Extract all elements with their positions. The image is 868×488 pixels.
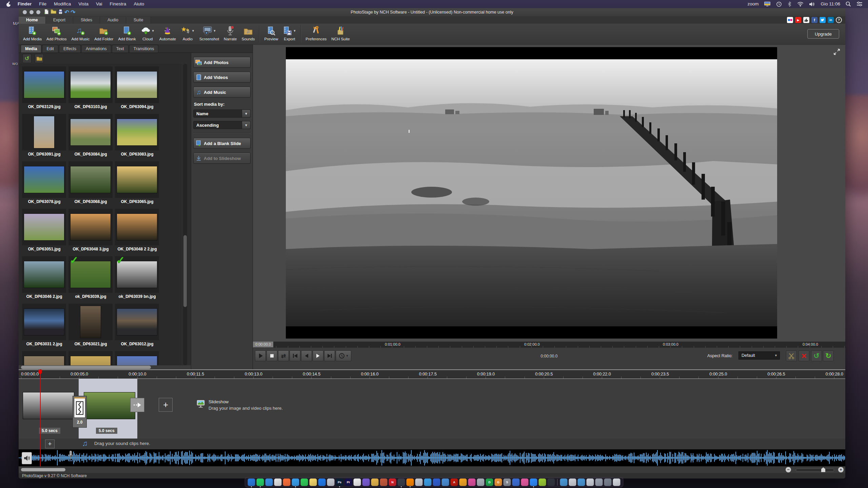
video-track[interactable]: 5.0 secs 5.0 secs 2.0 + Slideshow Drag y… <box>19 379 845 439</box>
zoom-out-button[interactable]: − <box>786 467 791 472</box>
timeline-scrollbar-thumb[interactable] <box>21 468 65 471</box>
media-thumbnail[interactable] <box>68 161 113 198</box>
dock-app-pencil[interactable] <box>327 479 335 486</box>
twitter-icon[interactable] <box>820 17 826 23</box>
media-item-ok-dp63084-jpg[interactable]: OK_DP63084.jpg <box>67 114 114 161</box>
tab-home[interactable]: Home <box>19 17 46 24</box>
add-photos-button[interactable]: Add Photos <box>193 57 251 68</box>
like-icon[interactable] <box>803 17 809 23</box>
add-folder-small-button[interactable] <box>35 54 44 63</box>
panel-tab-text[interactable]: Text <box>112 45 129 53</box>
wifi-icon[interactable] <box>797 2 804 7</box>
youtube-icon[interactable]: ▶ <box>795 17 801 23</box>
media-thumbnail[interactable] <box>115 114 159 150</box>
dock-app-finder[interactable] <box>248 479 255 486</box>
dock-app-g-app[interactable]: G <box>495 479 502 486</box>
dock-app-keynote[interactable] <box>318 479 326 486</box>
tab-export[interactable]: Export <box>46 17 73 24</box>
menu-item-modifica[interactable]: Modifica <box>50 0 75 8</box>
redo-button[interactable]: ↻ <box>823 350 834 361</box>
media-thumbnail[interactable] <box>115 351 159 365</box>
dock-app-folder-a[interactable] <box>560 479 568 486</box>
dock-app-film-app[interactable] <box>398 479 405 486</box>
media-thumbnail[interactable]: ✓ <box>68 256 113 293</box>
dock-app-photos[interactable] <box>354 479 361 486</box>
microphone-marker-icon[interactable] <box>68 450 74 463</box>
panel-tab-animations[interactable]: Animations <box>81 45 111 53</box>
dock-app-davinci[interactable]: D <box>486 479 493 486</box>
tab-suite[interactable]: Suite <box>126 17 151 24</box>
toolbar-button-add-media[interactable]: Add Media <box>21 24 44 41</box>
timeline-clip-1[interactable] <box>23 392 74 419</box>
add-to-slideshow-button[interactable]: Add to Slideshow <box>193 153 251 164</box>
audio-waveform-track[interactable] <box>19 449 845 466</box>
menu-item-vista[interactable]: Vista <box>75 0 92 8</box>
media-item-ok-dp63065-jpg[interactable]: OK_DP63065.jpg <box>114 161 160 209</box>
media-grid-horizontal-scrollbar[interactable] <box>19 365 191 369</box>
zoom-window-button[interactable] <box>36 10 40 14</box>
media-item[interactable] <box>67 351 114 365</box>
open-project-icon[interactable] <box>51 9 57 16</box>
menu-zoom[interactable]: zoom <box>747 0 758 8</box>
media-item[interactable] <box>21 351 67 365</box>
toolbar-button-cloud[interactable]: ▼Cloud <box>138 24 157 41</box>
dock-app-notes[interactable] <box>310 479 317 486</box>
media-item-ok-dp63091-jpg[interactable]: OK_DP63091.jpg <box>21 114 67 161</box>
toolbar-button-screenshot[interactable]: ▼Screenshot <box>197 24 221 41</box>
add-blank-slide-button[interactable]: Add a Blank Slide <box>193 138 251 149</box>
media-thumbnail[interactable] <box>22 209 66 245</box>
dock-app-window-b[interactable] <box>595 479 603 486</box>
toolbar-button-sounds[interactable]: ♫Sounds <box>239 24 257 41</box>
add-audio-button[interactable]: + <box>45 440 55 448</box>
dock-app-hexagon[interactable] <box>459 479 467 486</box>
panel-tab-media[interactable]: Media <box>21 45 41 53</box>
dock-app-dvd[interactable] <box>415 479 423 486</box>
menu-item-finestra[interactable]: Finestra <box>106 0 130 8</box>
panel-tab-transitions[interactable]: Transitions <box>129 45 159 53</box>
media-item-ok-dp63048-2-2-jpg[interactable]: OK_DP63048 2 2.jpg <box>114 209 160 256</box>
timeline-clip-2[interactable] <box>84 392 135 419</box>
dock-app-juice[interactable] <box>380 479 388 486</box>
dock-app-acrobat[interactable]: A <box>451 479 458 486</box>
media-thumbnail[interactable]: ✓ <box>115 256 159 293</box>
media-item-ok-dp63021-jpg[interactable]: OK_DP63021.jpg <box>67 304 114 351</box>
transition-placeholder-button[interactable] <box>130 398 144 412</box>
media-item-ok-dp63048-3-jpg[interactable]: OK_DP63048 3.jpg <box>67 209 114 256</box>
media-item-ok-dp63046-2-jpg[interactable]: OK_DP63046 2.jpg <box>21 256 67 304</box>
dock-app-firefox[interactable] <box>283 479 291 486</box>
media-thumbnail[interactable] <box>22 256 66 293</box>
delete-clip-button[interactable]: × <box>798 350 809 361</box>
dock-app-globe[interactable] <box>424 479 432 486</box>
timeline-ruler[interactable]: 0:00:00.00:00:05.00:00:10.00:00:11.50:00… <box>19 369 845 379</box>
menu-item-aiuto[interactable]: Aiuto <box>130 0 148 8</box>
zoom-slider-knob[interactable] <box>821 467 825 472</box>
media-grid-vertical-scrollbar[interactable] <box>183 64 187 365</box>
panel-tab-edit[interactable]: Edit <box>42 45 58 53</box>
mute-speaker-button[interactable] <box>22 452 32 464</box>
dock-app-plane[interactable] <box>477 479 485 486</box>
dock-app-grid-app[interactable] <box>433 479 440 486</box>
time-machine-icon[interactable] <box>776 1 782 7</box>
dock-app-safari[interactable] <box>292 479 299 486</box>
menu-item-file[interactable]: File <box>35 0 50 8</box>
timeline-scrollbar[interactable]: − + <box>19 466 845 473</box>
toolbar-button-audio[interactable]: ▼Audio <box>178 24 197 41</box>
sort-order-dropdown[interactable]: Ascending▼ <box>193 121 251 129</box>
control-center-icon[interactable] <box>856 2 863 6</box>
toolbar-button-add-photos[interactable]: Add Photos <box>44 24 69 41</box>
media-thumbnail[interactable] <box>68 209 113 245</box>
toolbar-button-nch-suite[interactable]: NCH Suite <box>329 24 352 41</box>
toolbar-button-preview[interactable]: Preview <box>262 24 280 41</box>
toolbar-button-narrate[interactable]: Narrate <box>221 24 239 41</box>
toolbar-button-add-music[interactable]: ♫Add Music <box>69 24 92 41</box>
media-item-ok-dp63031-2-jpg[interactable]: OK_DP63031 2.jpg <box>21 304 67 351</box>
toolbar-button-export[interactable]: ▼Export <box>280 24 298 41</box>
dock-app-s-app[interactable]: S <box>504 479 511 486</box>
dock-app-mail[interactable] <box>265 479 273 486</box>
dock-app-vlc[interactable] <box>407 479 414 486</box>
tab-audio[interactable]: Audio <box>100 17 126 24</box>
menu-item-finder[interactable]: Finder <box>14 0 35 8</box>
dock-app-sphere[interactable] <box>539 479 546 486</box>
tab-slides[interactable]: Slides <box>73 17 100 24</box>
zoom-in-button[interactable]: + <box>838 467 844 472</box>
